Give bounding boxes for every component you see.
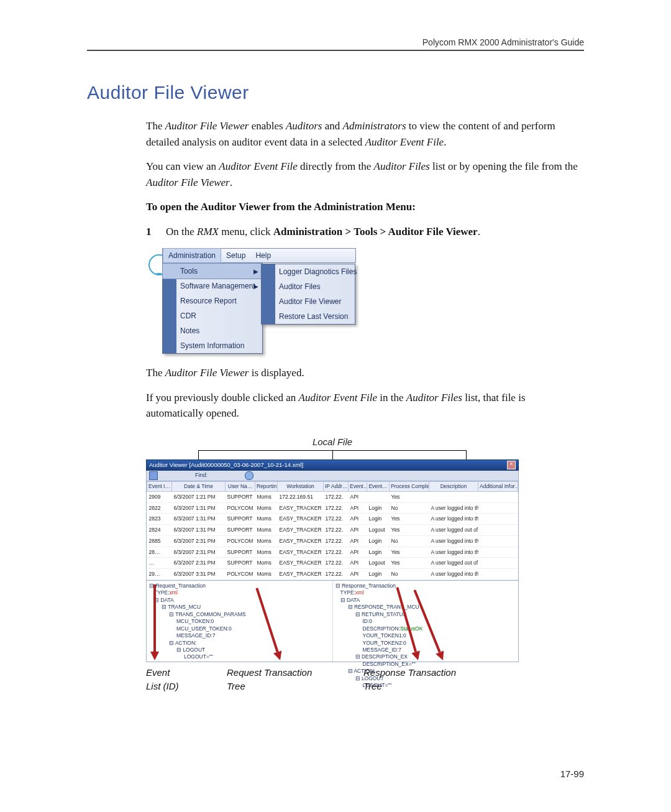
tree-node[interactable]: ⊟ Request_Transaction [149,583,330,589]
callout-event-list: EventList (ID) [146,666,227,694]
table-row[interactable]: 28856/3/2007 2:31 PMPOLYCOMMomsEASY_TRAC… [147,535,518,547]
table-cell: 6/3/2007 1:31 PM [172,525,226,536]
tree-node[interactable]: ⊟ LOGOUT [355,675,516,682]
col-event1[interactable]: Event… [349,482,367,492]
col-ip[interactable]: IP Addr… [324,482,349,492]
menubar[interactable]: Administration Setup Help [162,248,356,263]
submenu-logger[interactable]: Logger Diagnotics Files [262,264,355,279]
table-cell: 2824 [147,525,172,536]
table-cell: Moms [255,514,278,525]
table-row[interactable]: 29096/3/2007 1:21 PMSUPPORTMoms172.22.16… [147,491,518,502]
event-grid[interactable]: Event I… Date & Time User Na… Reportin… … [146,481,519,581]
menu-help[interactable]: Help [250,249,276,262]
table-cell: 172.22. [324,491,349,502]
window-title: Auditor Viewer [Audit00000050_03-06-2007… [149,461,303,469]
col-date-time[interactable]: Date & Time [172,482,226,492]
search-icon[interactable] [245,471,253,480]
tree-node[interactable]: TYPE:xml [154,589,330,596]
tree-node[interactable]: MESSAGE_ID:7 [176,632,330,639]
table-cell: API [349,491,367,502]
col-description[interactable]: Description [429,482,478,492]
table-cell: 6/3/2007 3:31 PM [172,569,226,580]
tree-node[interactable]: ⊟ DESCRIPTION_EX [355,653,516,660]
col-event2[interactable]: Event… [367,482,390,492]
table-cell: 2885 [147,535,172,547]
tree-node[interactable]: YOUR_TOKEN1:0 [363,632,516,639]
tree-node[interactable]: DESCRIPTION_EX="" [363,661,516,668]
table-cell [478,547,518,558]
step-text: On the RMX menu, click Administration > … [166,224,480,240]
table-cell: No [390,535,429,547]
table-cell: API [349,547,367,558]
tree-node[interactable]: ⊟ ACTION: [169,640,330,647]
tree-node[interactable]: ⊟ DATA [340,597,516,604]
table-row[interactable]: 28…6/3/2007 2:31 PMSUPPORTMomsEASY_TRACK… [147,547,518,558]
tree-node[interactable]: ⊟ DATA [154,597,330,604]
tree-node[interactable]: ⊟ RETURN_STATUS [355,611,516,618]
submenu-restore[interactable]: Restore Last Version [262,309,355,324]
col-reporting[interactable]: Reportin… [255,482,278,492]
table-cell: EASY_TRACKER [278,502,324,514]
tree-node[interactable]: ID:0 [363,618,516,625]
table-cell [367,491,390,502]
submenu-auditor-viewer[interactable]: Auditor File Viewer [262,294,355,309]
table-cell: EASY_TRACKER [278,569,324,580]
table-row[interactable]: 28236/3/2007 1:31 PMSUPPORTMomsEASY_TRAC… [147,514,518,525]
col-workstation[interactable]: Workstation [278,482,324,492]
table-row[interactable]: 29…6/3/2007 3:31 PMPOLYCOMMomsEASY_TRACK… [147,569,518,580]
table-cell [478,558,518,569]
tree-node[interactable]: DESCRIPTION:StatusOK [363,625,516,632]
menu-item-notes[interactable]: Notes [163,323,262,338]
table-row[interactable]: …6/3/2007 2:31 PMSUPPORTMomsEASY_TRACKER… [147,558,518,569]
tools-submenu[interactable]: Logger Diagnotics Files Auditor Files Au… [261,264,355,325]
callout-local-file: Local File [146,435,519,450]
tree-node[interactable]: ⊟ Response_Transaction [336,583,516,589]
tree-node[interactable]: LOGOUT="" [184,653,330,660]
menu-item-software-mgmt[interactable]: Software Management ▶ [163,279,262,293]
table-cell: 6/3/2007 1:21 PM [172,491,226,502]
col-process[interactable]: Process Completed [390,482,429,492]
table-cell: Yes [390,558,429,569]
table-cell: API [349,502,367,514]
tree-node[interactable]: MCU_TOKEN:0 [176,618,330,625]
tree-node[interactable]: ⊟ LOGOUT [176,647,330,653]
tree-node[interactable]: MCU_USER_TOKEN:0 [176,625,330,632]
procedure-lead-in: To open the Auditor Viewer from the Admi… [146,199,584,215]
tree-node[interactable]: LOGOUT="" [363,682,516,689]
col-user[interactable]: User Na… [226,482,255,492]
window-titlebar[interactable]: Auditor Viewer [Audit00000050_03-06-2007… [146,459,519,471]
table-cell: Login [367,547,390,558]
tree-node[interactable]: ⊟ RESPONSE_TRANS_MCU [348,604,516,611]
col-event-id[interactable]: Event I… [147,482,172,492]
table-cell [478,514,518,525]
red-arrow-icon [150,583,159,660]
admin-dropdown[interactable]: Tools ▶ Logger Diagnotics Files Auditor … [162,263,263,354]
table-cell: A user logged into the RMX. [429,535,478,547]
table-cell: A user logged out of the RMX. [429,525,478,536]
menu-screenshot: Administration Setup Help Tools ▶ Logger… [151,248,356,354]
menu-item-resource-report[interactable]: Resource Report [163,293,262,308]
table-cell: API [349,535,367,547]
open-file-icon[interactable] [149,471,158,480]
menu-item-sysinfo[interactable]: System Information [163,338,262,353]
menu-administration[interactable]: Administration [163,248,221,263]
menu-item-tools[interactable]: Tools ▶ Logger Diagnotics Files Auditor … [162,263,263,279]
table-row[interactable]: 28246/3/2007 1:31 PMSUPPORTMomsEASY_TRAC… [147,525,518,536]
menu-item-cdr[interactable]: CDR [163,308,262,323]
submenu-auditor-files[interactable]: Auditor Files [262,279,355,294]
tree-node[interactable]: TYPE:xml [340,589,516,596]
table-cell: 6/3/2007 2:31 PM [172,558,226,569]
tree-node[interactable]: ⊟ TRANS_MCU [162,604,330,611]
table-row[interactable]: 28226/3/2007 1:31 PMPOLYCOMMomsEASY_TRAC… [147,502,518,514]
tree-node[interactable]: ⊟ TRANS_COMMON_PARAMS [169,611,330,618]
menu-setup[interactable]: Setup [221,249,250,262]
table-cell: A user logged into the RMX. [429,569,478,580]
table-cell [478,569,518,580]
col-additional[interactable]: Additional Infor… [478,482,518,492]
table-cell [478,535,518,547]
table-cell: 172.22.169.51 [278,491,324,502]
close-icon[interactable]: × [507,461,516,469]
grid-header-row[interactable]: Event I… Date & Time User Na… Reportin… … [147,482,518,492]
request-tree[interactable]: ⊟ Request_Transaction TYPE:xml ⊟ DATA ⊟ … [147,581,333,662]
tree-node[interactable]: ⊟ ACTION: [348,668,516,675]
